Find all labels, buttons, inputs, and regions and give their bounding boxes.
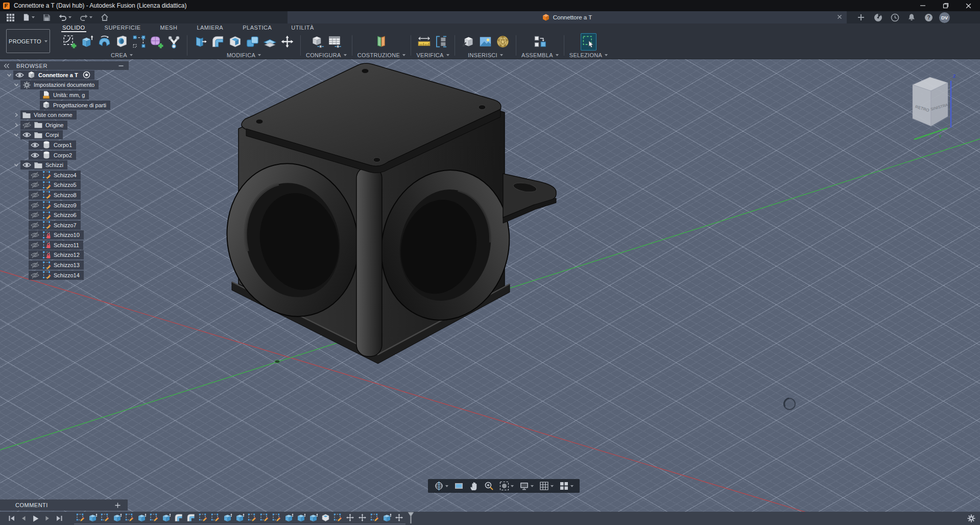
extrude-button[interactable]	[79, 33, 95, 51]
ribbon-group-label[interactable]: CONFIGURA	[306, 51, 347, 59]
help-button[interactable]: ?	[922, 11, 935, 23]
eye-icon[interactable]	[22, 132, 31, 138]
step-back-button[interactable]	[20, 515, 27, 522]
timeline-feature-move-27[interactable]	[394, 513, 404, 522]
app-grid-button[interactable]	[3, 11, 18, 23]
timeline-feature-extrude-2[interactable]	[88, 513, 98, 522]
chevron-down-icon[interactable]	[12, 132, 20, 137]
pan-button[interactable]	[467, 479, 481, 493]
home-button[interactable]	[97, 11, 112, 23]
browser-row-schizzo7[interactable]: Schizzo7	[0, 220, 129, 230]
timeline-feature-move-23[interactable]	[345, 513, 355, 522]
activate-component-icon[interactable]	[83, 71, 90, 79]
undo-button[interactable]	[55, 11, 75, 23]
eye-off-icon[interactable]	[30, 231, 39, 238]
eye-off-icon[interactable]	[30, 211, 39, 219]
timeline-feature-sketch-5[interactable]	[125, 513, 134, 522]
browser-row-schizzo10[interactable]: Schizzo10	[0, 230, 129, 241]
timeline-feature-sketch-7[interactable]	[149, 513, 159, 522]
tab-close-icon[interactable]	[836, 14, 843, 20]
browser-row-corpo1[interactable]: Corpo1	[0, 140, 129, 150]
browser-row-unit---mm--g[interactable]: Unità: mm, g	[0, 90, 129, 100]
document-tab[interactable]: Connettore a T	[288, 11, 847, 23]
comments-bar[interactable]: COMMENTI	[0, 499, 128, 511]
timeline-feature-extrude-4[interactable]	[112, 513, 122, 522]
eye-off-icon[interactable]	[30, 172, 39, 179]
ribbon-tab-plastica[interactable]: PLASTICA	[242, 25, 273, 32]
browser-row-connettore-a-t[interactable]: Connettore a T	[0, 70, 129, 80]
browser-row-viste-con-nome[interactable]: Viste con nome	[0, 110, 129, 120]
revolve-button[interactable]	[97, 33, 112, 51]
browser-row-schizzo6[interactable]: Schizzo6	[0, 210, 129, 220]
ribbon-tab-superficie[interactable]: SUPERFICIE	[104, 25, 142, 32]
move-button[interactable]	[279, 33, 295, 51]
ribbon-group-label[interactable]: VERIFICA	[416, 51, 449, 59]
create-form-button[interactable]	[149, 33, 164, 51]
ribbon-group-label[interactable]: INSERISCI	[468, 51, 503, 59]
extensions-button[interactable]	[872, 11, 884, 23]
timeline-feature-extrude-19[interactable]	[296, 513, 306, 522]
select-button[interactable]	[581, 33, 596, 51]
recent-clock-button[interactable]	[889, 11, 901, 23]
timeline-feature-extrude-20[interactable]	[308, 513, 318, 522]
timeline-feature-sketch-25[interactable]	[370, 513, 379, 522]
timeline-feature-extrude-18[interactable]	[284, 513, 294, 522]
shell-button[interactable]	[227, 33, 243, 51]
eye-icon[interactable]	[22, 162, 31, 168]
browser-header[interactable]: BROWSER	[0, 61, 129, 70]
timeline-feature-sketch-1[interactable]	[76, 513, 85, 522]
new-tab-plus-button[interactable]	[855, 11, 867, 23]
ribbon-group-label[interactable]: COSTRUZIONE	[357, 51, 405, 59]
split-body-button[interactable]	[262, 33, 278, 51]
look-at-button[interactable]	[451, 479, 466, 493]
eye-off-icon[interactable]	[30, 181, 39, 188]
viewport-canvas[interactable]	[0, 59, 980, 512]
eye-off-icon[interactable]	[22, 122, 31, 129]
ribbon-tab-solido[interactable]: SOLIDO	[61, 25, 86, 32]
eye-off-icon[interactable]	[30, 192, 39, 199]
browser-row-progettazione-di-parti[interactable]: Progettazione di parti	[0, 100, 129, 110]
configure-part-button[interactable]	[309, 33, 325, 51]
browser-row-schizzi[interactable]: Schizzi	[0, 160, 129, 170]
ribbon-tab-lamiera[interactable]: LAMIERA	[196, 25, 224, 32]
chevron-down-icon[interactable]	[12, 162, 20, 168]
eye-off-icon[interactable]	[30, 222, 39, 229]
fit-button[interactable]	[497, 479, 516, 493]
window-minimize-button[interactable]	[911, 0, 934, 11]
browser-row-schizzo9[interactable]: Schizzo9	[0, 200, 129, 210]
ribbon-group-label[interactable]: CREA	[111, 51, 133, 59]
hole-button[interactable]	[114, 33, 130, 51]
ribbon-group-label[interactable]: SELEZIONA	[569, 51, 608, 59]
configure-table-button[interactable]	[327, 33, 343, 51]
browser-row-origine[interactable]: Origine	[0, 120, 129, 130]
window-maximize-button[interactable]	[934, 0, 957, 11]
ribbon-tab-utilità[interactable]: UTILITÀ	[290, 25, 315, 32]
fillet-button[interactable]	[210, 33, 226, 51]
browser-row-schizzo5[interactable]: Schizzo5	[0, 180, 129, 190]
ribbon-tab-mesh[interactable]: MESH	[159, 25, 179, 32]
pattern-button[interactable]	[131, 33, 147, 51]
timeline-feature-sketch-16[interactable]	[259, 513, 269, 522]
insert-derive-button[interactable]	[460, 33, 476, 51]
window-close-button[interactable]	[957, 0, 980, 11]
collapse-panel-icon[interactable]	[4, 63, 10, 68]
eye-off-icon[interactable]	[30, 272, 39, 279]
insert-canvas-button[interactable]	[477, 33, 493, 51]
new-component-button[interactable]	[532, 33, 548, 51]
browser-row-impostazioni-documento[interactable]: Impostazioni documento	[0, 80, 129, 90]
eye-off-icon[interactable]	[30, 202, 39, 209]
display-settings-button[interactable]	[517, 479, 536, 493]
timeline-feature-sketch-3[interactable]	[100, 513, 110, 522]
timeline-feature-extrude-8[interactable]	[161, 513, 171, 522]
create-sketch-button[interactable]	[62, 33, 78, 51]
timeline-feature-sketch-17[interactable]	[272, 513, 281, 522]
timeline-settings-gear-icon[interactable]	[967, 514, 975, 522]
browser-row-schizzo8[interactable]: Schizzo8	[0, 190, 129, 200]
section-analysis-button[interactable]	[434, 33, 449, 51]
browser-row-corpo2[interactable]: Corpo2	[0, 150, 129, 160]
pipe-button[interactable]	[166, 33, 182, 51]
ribbon-group-label[interactable]: ASSEMBLA	[521, 51, 559, 59]
zoom-button[interactable]	[482, 479, 496, 493]
viewports-button[interactable]	[557, 479, 576, 493]
skip-start-button[interactable]	[8, 515, 15, 522]
